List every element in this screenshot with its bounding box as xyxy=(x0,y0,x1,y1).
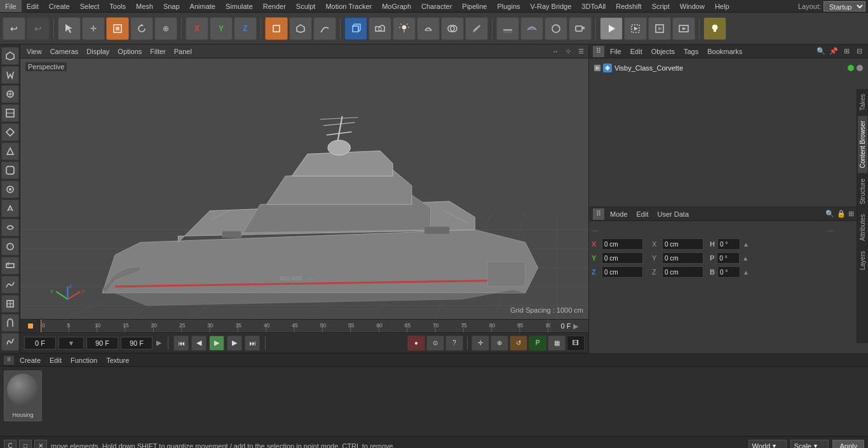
object-item[interactable]: ▶ Visby_Class_Corvette xyxy=(592,61,865,75)
poly-button[interactable] xyxy=(289,17,312,40)
apply-button[interactable]: Apply xyxy=(832,440,864,449)
attr-val-p[interactable]: 0 ° xyxy=(717,252,740,264)
select-tool-button[interactable] xyxy=(58,17,81,40)
attr-menu-mode[interactable]: Mode xyxy=(607,208,631,220)
sidebar-mode-4[interactable] xyxy=(1,104,19,122)
mat-menu-edit[interactable]: Edit xyxy=(46,355,65,365)
transport-end-frame2[interactable]: 90 F xyxy=(121,337,153,350)
render-settings-button[interactable] xyxy=(648,17,671,40)
menu-edit[interactable]: Edit xyxy=(22,0,44,12)
objects-menu-objects[interactable]: Objects xyxy=(648,46,678,57)
film-button[interactable]: 🎞 xyxy=(567,336,585,351)
axis-y-button[interactable]: Y xyxy=(210,17,233,40)
menu-window[interactable]: Window xyxy=(675,0,710,12)
collapse-icon[interactable]: ⊟ xyxy=(854,46,864,57)
transport-end-frame1[interactable]: 90 F xyxy=(86,337,118,350)
attr-search-icon[interactable]: 🔍 xyxy=(825,210,834,218)
floor-button[interactable] xyxy=(496,17,519,40)
cube-button[interactable] xyxy=(344,17,367,40)
menu-sculpt[interactable]: Sculpt xyxy=(291,0,321,12)
axis-z-button[interactable]: Z xyxy=(234,17,257,40)
redo-button[interactable]: ↩ xyxy=(27,17,50,40)
menu-3dtoall[interactable]: 3DToAll xyxy=(576,0,611,12)
p-button[interactable]: P xyxy=(529,336,546,351)
menu-pipeline[interactable]: Pipeline xyxy=(457,0,492,12)
sidebar-mode-16[interactable] xyxy=(1,333,19,351)
attr-menu-userdata[interactable]: User Data xyxy=(654,208,693,220)
sidebar-mode-9[interactable] xyxy=(1,200,19,217)
vp-menu-view[interactable]: View xyxy=(23,46,46,57)
attr-menu-edit[interactable]: Edit xyxy=(634,208,652,220)
search-icon[interactable]: 🔍 xyxy=(816,46,826,57)
mat-menu-create[interactable]: Create xyxy=(17,355,44,365)
material-button[interactable] xyxy=(545,17,567,40)
key-button[interactable]: ? xyxy=(445,336,463,351)
record-button[interactable]: ● xyxy=(407,336,425,351)
menu-mograph[interactable]: MoGraph xyxy=(377,0,416,12)
attr-expand-icon[interactable]: ⊞ xyxy=(848,210,854,218)
timeline-ruler[interactable]: 0 5 10 15 20 25 xyxy=(41,320,550,332)
timeline-marker[interactable] xyxy=(28,323,33,329)
pin-icon[interactable]: 📌 xyxy=(829,46,839,57)
render-region-button[interactable] xyxy=(624,17,647,40)
menu-snap[interactable]: Snap xyxy=(158,0,185,12)
mat-menu-function[interactable]: Function xyxy=(67,355,100,365)
menu-file[interactable]: File xyxy=(0,0,22,12)
sidebar-mode-14[interactable] xyxy=(1,295,19,313)
objects-menu-bookmarks[interactable]: Bookmarks xyxy=(704,46,745,57)
attr-val-x2[interactable]: 0 cm xyxy=(662,238,703,250)
tag-button[interactable] xyxy=(569,17,592,40)
null-button[interactable] xyxy=(265,17,288,40)
timeline-current-frame[interactable]: 0 F ▶ xyxy=(550,320,588,332)
bulb-button[interactable] xyxy=(703,17,726,40)
material-grip[interactable]: ⠿ xyxy=(4,356,14,365)
transport-start-frame[interactable]: 0 F xyxy=(24,337,56,350)
menu-plugins[interactable]: Plugins xyxy=(492,0,525,12)
vtab-content-browser[interactable]: Content Browser xyxy=(858,116,867,173)
vp-settings-icon[interactable]: ☰ xyxy=(576,46,586,57)
camera-button[interactable] xyxy=(369,17,391,40)
transport-current-frame[interactable]: ▼ xyxy=(58,337,84,350)
play-button[interactable]: ▶ xyxy=(209,336,224,351)
axis-x-button[interactable]: X xyxy=(186,17,208,40)
go-to-start-button[interactable]: ⏮ xyxy=(173,336,189,351)
attr-val-b[interactable]: 0 ° xyxy=(717,266,740,278)
scale-dropdown[interactable]: Scale ▼ xyxy=(790,440,829,449)
attr-val-y1[interactable]: 0 cm xyxy=(602,252,643,264)
viewport[interactable]: 491 482 + X Y Z Perspective Grid Sp xyxy=(20,58,588,319)
object-render-dot[interactable] xyxy=(857,65,863,71)
menu-character[interactable]: Character xyxy=(416,0,457,12)
objects-menu-file[interactable]: File xyxy=(607,46,625,57)
mat-menu-texture[interactable]: Texture xyxy=(103,355,132,365)
go-to-end-button[interactable]: ⏭ xyxy=(245,336,260,351)
vp-menu-cameras[interactable]: Cameras xyxy=(46,46,83,57)
objects-menu-tags[interactable]: Tags xyxy=(681,46,702,57)
menu-select[interactable]: Select xyxy=(75,0,105,12)
menu-simulate[interactable]: Simulate xyxy=(220,0,258,12)
expand-icon[interactable]: ⊞ xyxy=(841,46,851,57)
rotate-button[interactable] xyxy=(130,17,153,40)
move-tool-button[interactable]: ✛ xyxy=(82,17,105,40)
attr-val-x1[interactable]: 0 cm xyxy=(602,238,643,250)
sidebar-mode-5[interactable] xyxy=(1,123,19,141)
attr-val-z2[interactable]: 0 cm xyxy=(662,266,703,278)
sidebar-mode-10[interactable] xyxy=(1,219,19,236)
menu-redshift[interactable]: Redshift xyxy=(611,0,646,12)
render-button[interactable] xyxy=(600,17,623,40)
sidebar-mode-11[interactable] xyxy=(1,238,19,255)
scale-button[interactable]: ⊕ xyxy=(154,17,177,40)
menu-create[interactable]: Create xyxy=(44,0,75,12)
autokey-button[interactable]: ⊙ xyxy=(426,336,444,351)
scale-tool-transport[interactable]: ⊕ xyxy=(491,336,508,351)
render-view-button[interactable] xyxy=(672,17,695,40)
vp-menu-display[interactable]: Display xyxy=(83,46,113,57)
deformer-button[interactable] xyxy=(417,17,440,40)
vp-menu-panel[interactable]: Panel xyxy=(170,46,196,57)
status-window-icon[interactable]: □ xyxy=(19,440,32,449)
vtab-takes[interactable]: Takes xyxy=(858,89,867,116)
attr-val-z1[interactable]: 0 cm xyxy=(602,266,643,278)
rotate-tool-transport[interactable]: ↺ xyxy=(510,336,527,351)
object-mode-button[interactable] xyxy=(106,17,129,40)
spline-button[interactable] xyxy=(313,17,336,40)
step-back-button[interactable]: ◀ xyxy=(191,336,207,351)
